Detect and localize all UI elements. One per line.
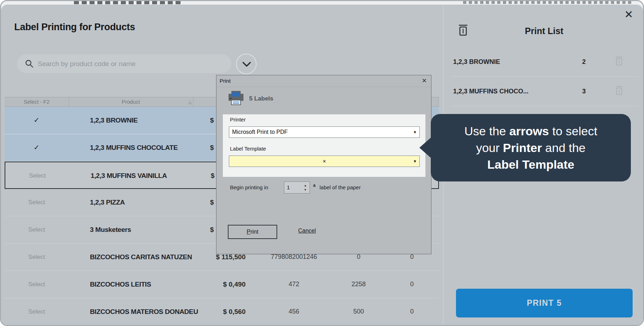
- printer-icon: [228, 89, 244, 106]
- tooltip-callout: Use the arrows to selectyour Printer and…: [431, 114, 631, 181]
- row-value: 2258: [337, 271, 380, 298]
- divider: [452, 76, 639, 77]
- printer-label: Printer: [230, 116, 246, 123]
- row-price: $: [210, 134, 214, 161]
- row-select-button[interactable]: Select: [5, 271, 69, 298]
- begin-printing-suffix: label of the paper: [320, 181, 361, 194]
- label-template-label: Label Template: [230, 146, 266, 152]
- row-select-button[interactable]: Select: [5, 162, 69, 189]
- screenshot: Label Printing for Products Search by pr…: [0, 0, 644, 326]
- cancel-button[interactable]: Cancel: [298, 228, 316, 234]
- print-list-item-qty: 3: [570, 87, 598, 96]
- row-product: 1,2,3 MUFFINS CHOCOLATE: [90, 134, 178, 161]
- tooltip-arrow: [419, 137, 431, 158]
- column-header-select[interactable]: Select - F2: [5, 97, 69, 107]
- row-price: $: [211, 162, 215, 189]
- column-header-product[interactable]: Product: [69, 97, 193, 107]
- trash-icon[interactable]: [615, 85, 624, 96]
- search-expand-button[interactable]: [236, 54, 257, 74]
- stepper-value: 1: [287, 182, 290, 193]
- row-price: $ 0,490: [197, 271, 246, 298]
- dropdown-arrow-icon[interactable]: ▼: [413, 156, 417, 167]
- ordinal-superscript: a: [313, 183, 316, 188]
- tooltip-text: Use the arrows to selectyour Printer and…: [431, 114, 631, 181]
- search-icon: [25, 59, 34, 68]
- divider: [452, 106, 639, 106]
- clipped-background-text: [463, 1, 633, 4]
- print-list-item-name: 1,2,3 MUFFINS CHOCO...: [453, 87, 528, 96]
- row-select-button[interactable]: Select: [5, 189, 69, 216]
- search-placeholder: Search by product code or name: [38, 54, 136, 73]
- row-price: $: [210, 216, 214, 243]
- row-check-icon[interactable]: ✓: [5, 134, 69, 161]
- print-list-item-qty: 2: [570, 58, 598, 66]
- print-all-button[interactable]: PRINT 5: [456, 289, 633, 317]
- printer-select[interactable]: Microsoft Print to PDF ▼: [229, 126, 420, 138]
- row-value: 0: [391, 298, 433, 325]
- app-window: Label Printing for Products Search by pr…: [0, 0, 644, 326]
- row-product: BIZCOCHOS MATEROS DONADEU: [90, 298, 198, 325]
- row-product: 1,2,3 MUFFINS VAINILLA: [91, 162, 167, 189]
- dropdown-arrow-icon[interactable]: ▼: [413, 127, 417, 137]
- sort-icon[interactable]: △: [188, 97, 192, 107]
- row-select-button[interactable]: Select: [5, 216, 69, 243]
- page-title: Label Printing for Products: [14, 22, 135, 33]
- clipped-background-text: [74, 1, 181, 4]
- search-input[interactable]: Search by product code or name: [17, 54, 231, 73]
- chevron-down-icon: [242, 62, 251, 67]
- row-code: 472: [263, 271, 324, 298]
- close-icon[interactable]: ✕: [422, 77, 427, 85]
- print-button[interactable]: Print: [228, 225, 277, 239]
- row-code: 456: [263, 298, 324, 325]
- print-list-item-name: 1,2,3 BROWNIE: [453, 58, 500, 66]
- row-price: $: [210, 107, 214, 134]
- stepper-down-icon[interactable]: ▼: [304, 188, 307, 191]
- printer-value: Microsoft Print to PDF: [232, 127, 288, 137]
- dialog-title: Print: [220, 78, 231, 84]
- print-list-title: Print List: [443, 26, 644, 36]
- row-product: 3 Musketeers: [90, 216, 131, 243]
- labels-count: 5 Labels: [249, 95, 273, 102]
- table-row[interactable]: Select BIZCOCHOS LEITIS $ 0,490 472 2258…: [5, 271, 439, 298]
- begin-position-stepper[interactable]: 1 ▲ ▼: [284, 181, 310, 194]
- row-product: BIZCOCHOS CARITAS NATUZEN: [90, 244, 192, 270]
- print-dialog: Print ✕ 5 Labels Printer Microsoft Print: [216, 75, 431, 254]
- trash-icon[interactable]: [615, 55, 624, 66]
- label-template-select[interactable]: × ▼: [229, 156, 420, 167]
- stepper-up-icon[interactable]: ▲: [304, 184, 307, 187]
- row-price: $ 0,560: [197, 298, 246, 325]
- row-product: BIZCOCHOS LEITIS: [90, 271, 151, 298]
- row-value: 500: [337, 298, 380, 325]
- row-price: $: [210, 189, 214, 216]
- begin-printing-label: Begin printing in: [230, 181, 268, 194]
- clear-icon[interactable]: ×: [229, 156, 419, 167]
- row-product: 1,2,3 BROWNIE: [90, 107, 138, 134]
- table-row[interactable]: Select BIZCOCHOS MATEROS DONADEU $ 0,560…: [5, 298, 439, 326]
- row-select-button[interactable]: Select: [5, 298, 69, 325]
- row-select-button[interactable]: Select: [5, 244, 69, 270]
- row-check-icon[interactable]: ✓: [5, 107, 69, 134]
- row-product: 1,2,3 PIZZA: [90, 189, 125, 216]
- close-icon[interactable]: ✕: [621, 7, 637, 22]
- row-value: 0: [391, 271, 433, 298]
